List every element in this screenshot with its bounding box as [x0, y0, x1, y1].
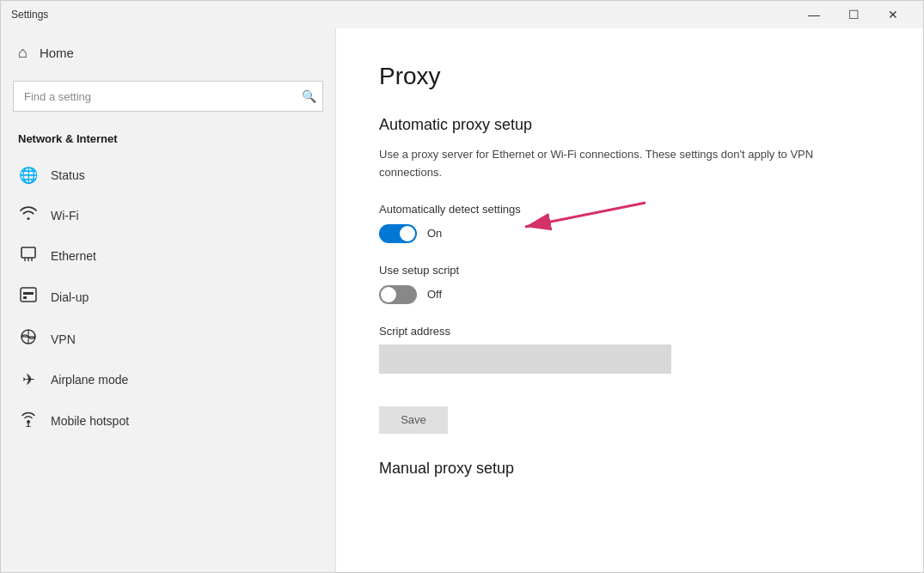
content-area: ⌂ Home 🔍 Network & Internet 🌐 Status	[1, 28, 923, 572]
search-input[interactable]	[13, 81, 323, 112]
manual-proxy-section: Manual proxy setup	[379, 460, 880, 478]
sidebar-item-airplane-label: Airplane mode	[51, 373, 128, 387]
search-box: 🔍	[13, 81, 323, 112]
sidebar-item-vpn-label: VPN	[51, 332, 76, 346]
sidebar-item-wifi-label: Wi-Fi	[51, 209, 79, 222]
sidebar-item-wifi[interactable]: Wi-Fi	[1, 195, 335, 235]
sidebar-item-hotspot-label: Mobile hotspot	[51, 414, 129, 428]
auto-detect-label: Automatically detect settings	[379, 203, 880, 216]
setup-script-label: Use setup script	[379, 264, 880, 277]
close-button[interactable]: ✕	[873, 1, 913, 28]
svg-rect-5	[23, 292, 34, 295]
status-icon: 🌐	[18, 166, 39, 185]
search-icon-button[interactable]: 🔍	[302, 89, 316, 103]
auto-detect-toggle-row: On	[379, 224, 880, 243]
sidebar-item-dialup[interactable]: Dial-up	[1, 276, 335, 318]
dialup-icon	[18, 286, 39, 308]
save-button[interactable]: Save	[379, 406, 448, 434]
sidebar-item-dialup-label: Dial-up	[51, 290, 89, 304]
window-title: Settings	[11, 9, 48, 21]
sidebar-item-ethernet[interactable]: Ethernet	[1, 235, 335, 276]
auto-detect-status: On	[427, 227, 442, 240]
auto-proxy-heading: Automatic proxy setup	[379, 116, 880, 134]
window-controls: — ☐ ✕	[794, 1, 913, 28]
sidebar-item-status[interactable]: 🌐 Status	[1, 155, 335, 195]
svg-rect-0	[21, 247, 35, 258]
sidebar-item-vpn[interactable]: VPN	[1, 318, 335, 360]
svg-rect-6	[23, 296, 27, 299]
setup-script-toggle[interactable]	[379, 285, 417, 304]
auto-detect-toggle-thumb	[400, 226, 415, 241]
setup-script-row: Use setup script Off	[379, 264, 880, 304]
hotspot-icon	[18, 410, 39, 431]
manual-proxy-heading: Manual proxy setup	[379, 460, 880, 478]
home-label: Home	[40, 46, 74, 60]
maximize-button[interactable]: ☐	[834, 1, 873, 28]
title-bar: Settings — ☐ ✕	[1, 1, 923, 28]
vpn-icon	[18, 328, 39, 350]
setup-script-status: Off	[427, 288, 442, 301]
page-title: Proxy	[379, 63, 880, 90]
setup-script-toggle-thumb	[381, 287, 396, 302]
sidebar: ⌂ Home 🔍 Network & Internet 🌐 Status	[1, 28, 336, 572]
wifi-icon	[18, 205, 39, 225]
home-icon: ⌂	[18, 44, 28, 62]
main-content: Proxy Automatic proxy setup Use a proxy …	[336, 28, 923, 572]
minimize-button[interactable]: —	[794, 1, 834, 28]
sidebar-section-label: Network & Internet	[1, 125, 335, 155]
script-address-label: Script address	[379, 325, 880, 338]
sidebar-item-ethernet-label: Ethernet	[51, 249, 96, 263]
settings-window: Settings — ☐ ✕ ⌂ Home 🔍 Network & Intern…	[0, 0, 924, 573]
sidebar-item-airplane[interactable]: ✈ Airplane mode	[1, 360, 335, 399]
script-address-row: Script address	[379, 325, 880, 374]
ethernet-icon	[18, 246, 39, 265]
sidebar-item-hotspot[interactable]: Mobile hotspot	[1, 399, 335, 442]
sidebar-home[interactable]: ⌂ Home	[1, 28, 335, 77]
auto-detect-toggle[interactable]	[379, 224, 417, 243]
sidebar-item-status-label: Status	[51, 168, 85, 182]
script-address-input[interactable]	[379, 344, 671, 374]
auto-detect-row: Automatically detect settings On	[379, 203, 880, 243]
auto-proxy-description: Use a proxy server for Ethernet or Wi-Fi…	[379, 146, 826, 182]
setup-script-toggle-row: Off	[379, 285, 880, 304]
airplane-icon: ✈	[18, 370, 39, 389]
